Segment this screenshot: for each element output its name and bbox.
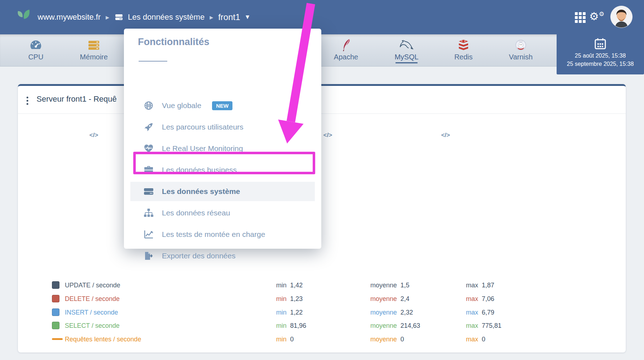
legend-max-value: 1,87 — [482, 282, 494, 289]
tab-label: Apache — [334, 53, 358, 61]
code-deploy-marker-icon[interactable]: </> — [323, 132, 332, 139]
top-navbar: www.mywebsite.fr ▸ Les données système ▸… — [0, 0, 644, 34]
tab-label: Varnish — [509, 53, 533, 61]
legend-min-label: min — [235, 295, 287, 303]
menu-item-label: Les données système — [162, 187, 240, 196]
code-deploy-marker-icon[interactable]: </> — [89, 132, 98, 139]
breadcrumb-server[interactable]: front1 — [218, 12, 240, 22]
tab-label: MySQL — [395, 53, 419, 61]
legend-avg-label: moyenne — [342, 282, 397, 289]
active-tab-underline — [395, 62, 418, 63]
legend-row: Requêtes lentes / secondemin0moyenne0max… — [52, 335, 607, 344]
legend-row: DELETE / secondemin1,23moyenne2,4max7,06 — [52, 295, 607, 304]
menu-item-label: Les parcours utilisateurs — [162, 123, 244, 131]
legend-min-value: 1,22 — [290, 309, 303, 316]
title-underline — [139, 61, 167, 62]
legend-avg-label: moyenne — [342, 309, 397, 316]
menu-item-exporter-des-donn-es[interactable]: Exporter des données — [130, 246, 315, 266]
heart-pulse-icon — [143, 144, 154, 153]
tab-cpu[interactable]: CPU — [9, 38, 63, 66]
calendar-icon — [557, 37, 644, 52]
legend-swatch — [52, 295, 59, 302]
menu-item-les-donn-es-syst-me[interactable]: Les données système — [130, 182, 315, 201]
menu-item-le-real-user-monitoring[interactable]: Le Real User Monitoring — [130, 139, 315, 158]
legend-min-value: 1,23 — [290, 295, 303, 303]
legend-series-label: UPDATE / seconde — [65, 282, 120, 289]
menu-item-vue-globale[interactable]: Vue globaleNEW — [130, 96, 315, 115]
legend-swatch — [52, 281, 59, 289]
tab-varnish[interactable]: Varnish — [494, 38, 548, 66]
tab-label: Redis — [454, 53, 472, 61]
date-to: 25 septembre 2025, 15:38 — [557, 60, 644, 68]
legend-avg-value: 2,32 — [400, 309, 413, 316]
legend-max-label: max — [442, 336, 478, 343]
chevron-right-icon: ▸ — [106, 13, 109, 21]
legend-max-value: 775,81 — [482, 322, 501, 330]
legend-row: UPDATE / secondemin1,42moyenne1,5max1,87 — [52, 281, 607, 290]
server-icon — [114, 13, 124, 22]
tab-bar: CPUMémoireApacheMySQLRedisVarnish — [0, 34, 644, 67]
legend-avg-value: 2,4 — [400, 295, 409, 303]
app-root: 1 000750500250026 août28 août30 août1 se… — [0, 0, 644, 360]
gears-icon[interactable]: ⚙⚙ — [589, 11, 604, 22]
apache-feather-icon — [341, 38, 351, 52]
features-dropdown: Fonctionnalités Vue globaleNEWLes parcou… — [124, 29, 321, 249]
chevron-down-icon[interactable]: ▼ — [245, 14, 251, 21]
sitemap-icon — [143, 208, 154, 218]
tab-mémoire[interactable]: Mémoire — [67, 38, 121, 66]
legend-series-label: SELECT / seconde — [65, 322, 120, 330]
legend-min-label: min — [235, 309, 287, 316]
tab-mysql[interactable]: MySQL — [380, 38, 433, 66]
menu-item-les-tests-de-mont-e-en-charge[interactable]: Les tests de montée en charge — [130, 225, 315, 244]
code-deploy-marker-icon[interactable]: </> — [441, 132, 450, 139]
rocket-icon — [143, 122, 154, 132]
redis-icon — [457, 38, 470, 52]
menu-item-les-donn-es-business[interactable]: Les données business — [130, 160, 315, 180]
legend-max-label: max — [442, 309, 478, 316]
legend-max-value: 0 — [482, 336, 485, 343]
breadcrumb-site[interactable]: www.mywebsite.fr — [38, 13, 101, 22]
date-range-picker[interactable]: 25 août 2025, 15:38 25 septembre 2025, 1… — [557, 34, 644, 74]
memory-icon — [87, 38, 100, 52]
legend-row: SELECT / secondemin81,96moyenne214,63max… — [52, 321, 607, 331]
tab-redis[interactable]: Redis — [437, 38, 490, 66]
gauge-icon — [29, 38, 43, 52]
panel-header: Serveur front1 - Requê — [18, 86, 626, 114]
menu-item-label: Les données business — [162, 166, 237, 174]
tab-apache[interactable]: Apache — [319, 38, 373, 66]
legend-swatch — [52, 308, 59, 316]
legend-max-value: 6,79 — [482, 309, 494, 316]
mysql-dolphin-icon — [399, 38, 414, 52]
legend-series-label: DELETE / seconde — [65, 295, 120, 303]
breadcrumb-section[interactable]: Les données système — [128, 13, 205, 22]
briefcase-icon — [143, 165, 154, 175]
legend-min-label: min — [235, 336, 287, 343]
menu-item-les-donn-es-r-seau[interactable]: Les données réseau — [130, 203, 315, 223]
leaf-logo[interactable] — [13, 6, 35, 30]
grid-icon[interactable] — [575, 12, 586, 23]
menu-item-les-parcours-utilisateurs[interactable]: Les parcours utilisateurs — [130, 117, 315, 137]
legend-min-label: min — [235, 322, 287, 330]
legend-avg-value: 0 — [400, 336, 404, 343]
menu-item-label: Les données réseau — [162, 209, 230, 217]
legend-min-value: 81,96 — [290, 322, 306, 330]
chart-panel: Serveur front1 - Requê UPDATE / secondem… — [18, 84, 626, 352]
legend-min-value: 1,42 — [290, 282, 303, 289]
server-icon — [143, 187, 154, 196]
menu-item-label: Vue globale — [162, 101, 201, 110]
legend-avg-value: 214,63 — [400, 322, 420, 330]
date-from: 25 août 2025, 15:38 — [557, 52, 644, 60]
kebab-menu-icon[interactable] — [25, 95, 30, 106]
chevron-right-icon: ▸ — [210, 13, 213, 21]
legend-max-value: 7,06 — [482, 295, 494, 303]
tab-label: Mémoire — [80, 53, 108, 61]
dropdown-title: Fonctionnalités — [138, 37, 210, 48]
legend-max-label: max — [442, 322, 478, 330]
menu-item-label: Les tests de montée en charge — [162, 230, 265, 239]
new-badge: NEW — [212, 101, 232, 110]
tab-label: CPU — [28, 53, 43, 61]
user-avatar[interactable] — [610, 6, 633, 28]
legend-min-label: min — [235, 282, 287, 289]
chart-line-icon — [143, 230, 154, 239]
menu-item-label: Exporter des données — [162, 252, 235, 260]
